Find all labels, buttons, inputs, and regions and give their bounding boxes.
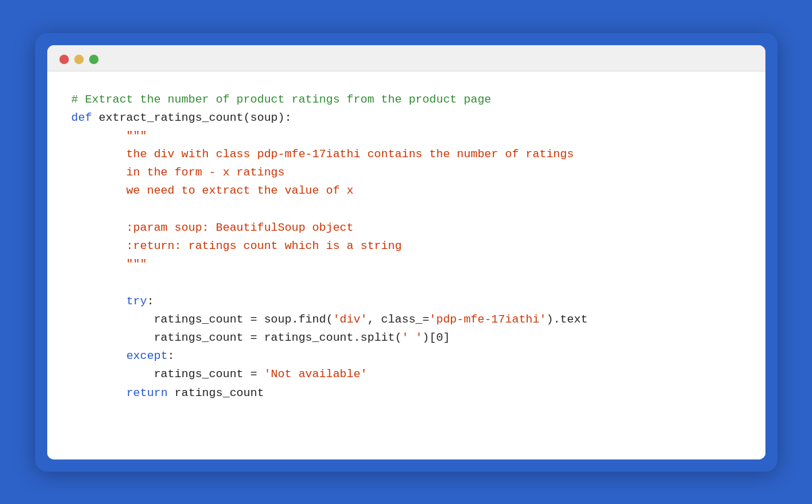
code-line-doc1: """ — [72, 127, 741, 145]
code-line-doc2: the div with class pdp-mfe-17iathi conta… — [72, 145, 741, 163]
code-line-doc8: """ — [72, 255, 741, 273]
code-line-def: def extract_ratings_count(soup): — [72, 109, 741, 127]
code-line-return: return ratings_count — [72, 384, 741, 402]
outer-frame: # Extract the number of product ratings … — [35, 33, 778, 472]
code-line-try: try: — [72, 292, 741, 310]
code-line-assign1: ratings_count = soup.find('div', class_=… — [72, 310, 741, 329]
code-line-doc5 — [72, 200, 741, 219]
titlebar — [47, 45, 765, 72]
code-editor: # Extract the number of product ratings … — [47, 72, 765, 459]
window: # Extract the number of product ratings … — [47, 45, 765, 459]
code-line-comment: # Extract the number of product ratings … — [72, 90, 741, 109]
close-dot[interactable] — [59, 55, 69, 64]
code-line-blank1 — [72, 273, 741, 291]
code-line-assign3: ratings_count = 'Not available' — [72, 365, 741, 383]
code-line-doc6: :param soup: BeautifulSoup object — [72, 219, 741, 237]
code-line-doc4: we need to extract the value of x — [72, 181, 741, 200]
code-line-except: except: — [72, 347, 741, 365]
maximize-dot[interactable] — [89, 55, 99, 64]
minimize-dot[interactable] — [74, 55, 84, 64]
code-line-assign2: ratings_count = ratings_count.split(' ')… — [72, 329, 741, 347]
code-line-doc3: in the form - x ratings — [72, 163, 741, 181]
code-line-doc7: :return: ratings count which is a string — [72, 237, 741, 255]
